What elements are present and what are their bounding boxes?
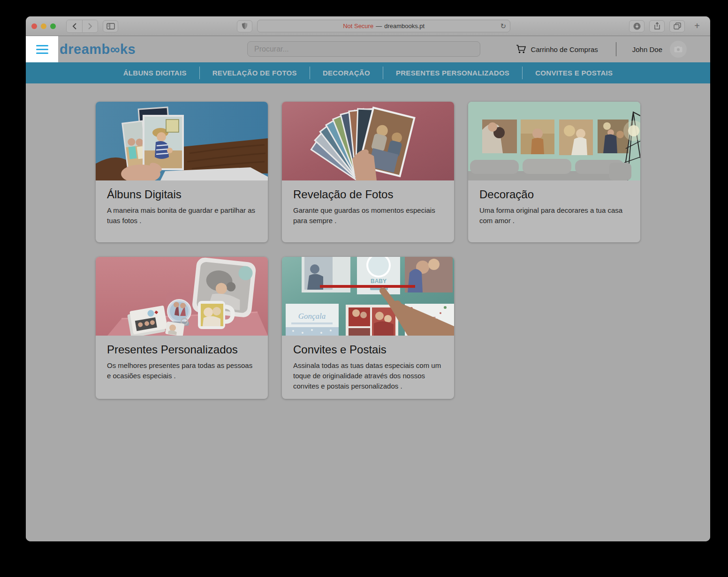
photo-placeholder-icon — [674, 46, 682, 52]
url-host: dreambooks.pt — [384, 22, 425, 30]
svg-text:Gonçala: Gonçala — [298, 312, 326, 321]
category-card-convites-e-postais[interactable]: BABY Gonçala — [282, 257, 454, 399]
nav-item-convites-e-postais[interactable]: CONVITES E POSTAIS — [523, 69, 625, 77]
nav-item-presentes-personalizados[interactable]: PRESENTES PERSONALIZADOS — [383, 69, 522, 77]
card-title: Álbuns Digitais — [107, 188, 257, 201]
decoracao-image — [468, 102, 640, 180]
reload-icon[interactable]: ↻ — [500, 22, 507, 30]
tab-overview-button[interactable] — [669, 20, 685, 32]
share-button[interactable] — [649, 20, 665, 32]
category-card-albuns-digitais[interactable]: Álbuns Digitais A maneira mais bonita de… — [96, 102, 268, 242]
page-content: Álbuns Digitais A maneira mais bonita de… — [26, 83, 710, 541]
card-description: Os melhores presentes para todas as pess… — [107, 360, 257, 381]
card-description: A maneira mais bonita de guardar e parti… — [107, 205, 257, 226]
card-description: Assinala todas as tuas datas especiais c… — [293, 360, 443, 391]
tabs-icon — [674, 22, 681, 30]
sidebar-icon — [106, 23, 115, 30]
nav-item-albuns-digitais[interactable]: ÁLBUNS DIGITAIS — [111, 69, 199, 77]
nav-item-revelacao-de-fotos[interactable]: REVELAÇÃO DE FOTOS — [200, 69, 310, 77]
card-title: Convites e Postais — [293, 343, 443, 356]
card-body: Decoração Uma forma original para decora… — [468, 180, 640, 242]
new-tab-button[interactable]: + — [690, 21, 705, 31]
card-description: Garante que guardas os momentos especiai… — [293, 205, 443, 226]
card-title: Presentes Personalizados — [107, 343, 257, 356]
minimize-window-button[interactable] — [41, 23, 46, 29]
forward-button[interactable] — [82, 20, 98, 32]
security-label: Not Secure — [343, 22, 373, 30]
traffic-lights — [31, 23, 56, 29]
close-window-button[interactable] — [31, 23, 37, 29]
presentes-personalizados-image — [96, 257, 268, 336]
category-card-presentes-personalizados[interactable]: Presentes Personalizados Os melhores pre… — [96, 257, 268, 399]
card-title: Revelação de Fotos — [293, 188, 443, 201]
safari-window: Not Secure — dreambooks.pt ↻ + — [26, 16, 710, 541]
back-button[interactable] — [67, 20, 82, 32]
history-nav-group — [66, 20, 98, 33]
browser-toolbar: Not Secure — dreambooks.pt ↻ + — [26, 16, 710, 36]
site-header: dreamb∞ks Carrinho de Compras John Doe — [26, 36, 710, 62]
category-card-decoracao[interactable]: Decoração Uma forma original para decora… — [468, 102, 640, 242]
convites-e-postais-image: BABY Gonçala — [282, 257, 454, 336]
download-icon — [633, 22, 641, 30]
albuns-digitais-image — [96, 102, 268, 180]
cart-label: Carrinho de Compras — [531, 45, 598, 53]
category-grid: Álbuns Digitais A maneira mais bonita de… — [96, 102, 640, 399]
card-body: Álbuns Digitais A maneira mais bonita de… — [96, 180, 268, 242]
card-title: Decoração — [479, 188, 629, 201]
downloads-button[interactable] — [629, 20, 645, 32]
user-name[interactable]: John Doe — [632, 45, 662, 53]
hamburger-menu-button[interactable] — [26, 36, 58, 62]
card-body: Revelação de Fotos Garante que guardas o… — [282, 180, 454, 242]
card-description: Uma forma original para decorares a tua … — [479, 205, 629, 226]
sidebar-toggle-button[interactable] — [103, 20, 118, 32]
hamburger-icon — [36, 45, 48, 46]
category-card-revelacao-de-fotos[interactable]: Revelação de Fotos Garante que guardas o… — [282, 102, 454, 242]
share-icon — [654, 22, 660, 30]
category-navbar: ÁLBUNS DIGITAIS REVELAÇÃO DE FOTOS DECOR… — [26, 62, 710, 83]
zoom-window-button[interactable] — [50, 23, 56, 29]
search-input[interactable] — [247, 41, 480, 57]
address-bar[interactable]: Not Secure — dreambooks.pt ↻ — [257, 20, 510, 32]
header-right: Carrinho de Compras John Doe — [516, 41, 687, 58]
shield-icon — [242, 22, 248, 30]
revelacao-de-fotos-image — [282, 102, 454, 180]
privacy-report-button[interactable] — [237, 20, 252, 32]
chevron-left-icon — [72, 23, 77, 30]
avatar[interactable] — [670, 41, 687, 58]
cart-icon — [516, 45, 526, 54]
card-body: Presentes Personalizados Os melhores pre… — [96, 336, 268, 397]
chevron-right-icon — [88, 23, 92, 30]
cart-link[interactable]: Carrinho de Compras — [516, 45, 598, 54]
dreambooks-logo[interactable]: dreamb∞ks — [60, 42, 136, 57]
card-body: Convites e Postais Assinala todas as tua… — [282, 336, 454, 399]
nav-item-decoracao[interactable]: DECORAÇÃO — [310, 69, 383, 77]
svg-text:BABY: BABY — [371, 278, 387, 285]
header-divider — [616, 42, 616, 56]
url-separator: — — [376, 22, 382, 30]
